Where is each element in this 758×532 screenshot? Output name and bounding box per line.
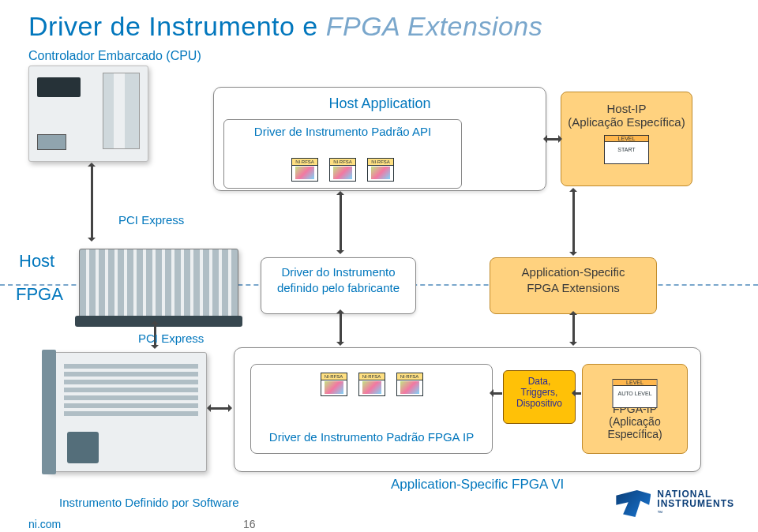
- slide-title: Driver de Instrumento e FPGA Extensions: [28, 11, 542, 42]
- vendor-driver-line1: Driver do Instrumento: [261, 264, 415, 280]
- host-side-label: Host: [19, 251, 54, 272]
- extensions-line1: Application-Specific: [490, 264, 656, 280]
- software-defined-instrument-label: Instrumento Definido por Software: [59, 496, 239, 509]
- fpga-side-label: FPGA: [16, 284, 63, 305]
- pci-express-label-2: PCI Express: [138, 332, 204, 345]
- fpga-ip-driver-label: Driver de Instrumento Padrão FPGA IP: [251, 430, 492, 444]
- title-part-b: FPGA Extensions: [326, 11, 543, 41]
- pci-express-label: PCI Express: [118, 213, 184, 227]
- fpga-ip-line2: (Aplicação Específica): [583, 415, 687, 440]
- extensions-line2: FPGA Extensions: [490, 280, 656, 296]
- host-ip-line2: (Aplicação Específica): [561, 115, 692, 129]
- national-instruments-logo: NATIONAL INSTRUMENTS ™: [616, 489, 734, 518]
- host-ip-box: Host-IP (Aplicação Específica) START: [561, 92, 692, 186]
- nirfsa-icon: [358, 373, 385, 396]
- fpga-card-illustration: [47, 352, 207, 472]
- arrow-ipbox-to-data: [493, 392, 502, 395]
- arrow-card-to-panel: [210, 407, 229, 410]
- fpga-ip-driver-box: Driver de Instrumento Padrão FPGA IP: [250, 364, 493, 454]
- fpga-vi-panel: Driver de Instrumento Padrão FPGA IP Dat…: [234, 347, 701, 472]
- data-triggers-box: Data, Triggers, Dispositivo: [503, 370, 576, 424]
- pxi-chassis-illustration: [79, 249, 238, 320]
- title-part-a: Driver de Instrumento e: [28, 11, 326, 41]
- arrow-cpu-to-chassis: [91, 166, 93, 238]
- fpga-ip-box: AUTO LEVEL FPGA-IP (Aplicação Específica…: [582, 364, 688, 454]
- vendor-driver-line2: definido pelo fabricante: [261, 280, 415, 296]
- nirfsa-icon: [367, 158, 394, 182]
- app-specific-fpga-vi-label: Application-Specific FPGA VI: [391, 477, 564, 493]
- arrow-data-to-fpgaip: [575, 392, 581, 395]
- ni-eagle-icon: [616, 490, 651, 517]
- nirfsa-icon: [291, 158, 318, 182]
- host-ip-line1: Host-IP: [561, 102, 692, 115]
- arrow-api-to-driver: [340, 194, 342, 251]
- nirfsa-icon: [321, 373, 347, 396]
- arrow-hostip-to-extensions: [572, 191, 575, 253]
- host-application-panel: Host Application Driver de Instrumento P…: [213, 87, 546, 191]
- level-icon: AUTO LEVEL: [613, 379, 658, 408]
- page-number: 16: [243, 518, 256, 530]
- cpu-caption: Controlador Embarcado (CPU): [28, 49, 201, 63]
- driver-api-box: Driver de Instrumento Padrão API: [223, 119, 462, 189]
- app-specific-extensions-box: Application-Specific FPGA Extensions: [490, 257, 657, 314]
- arrow-driver-to-fpgaip: [340, 313, 342, 343]
- arrow-api-to-hostip: [546, 138, 559, 140]
- ni-logo-text: NATIONAL INSTRUMENTS ™: [657, 489, 734, 518]
- nirfsa-icon: [329, 158, 356, 182]
- driver-api-label: Driver de Instrumento Padrão API: [254, 125, 431, 138]
- host-application-title: Host Application: [214, 96, 546, 112]
- nirfsa-icon: [396, 373, 423, 396]
- arrow-extensions-to-fpga: [572, 314, 575, 343]
- level-icon: START: [604, 135, 649, 164]
- api-icon-row: [224, 158, 461, 182]
- footer-site: ni.com: [28, 518, 61, 530]
- cpu-board-illustration: [28, 66, 148, 162]
